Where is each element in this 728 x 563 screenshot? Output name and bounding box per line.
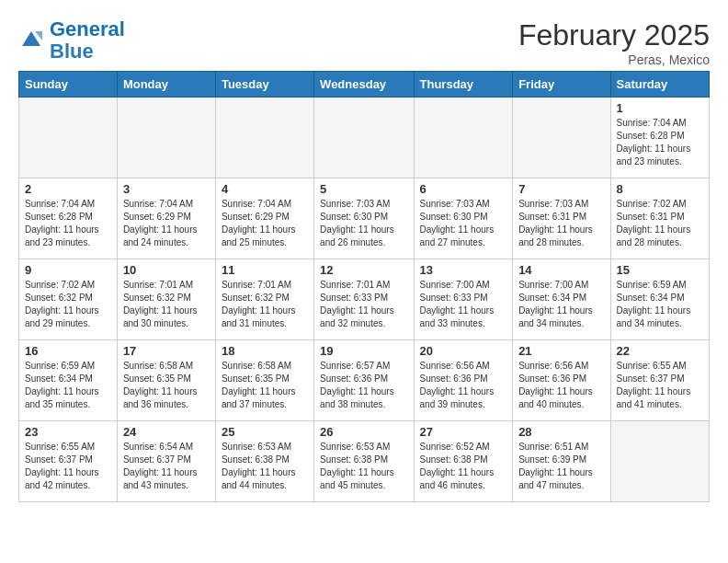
day-info: Sunrise: 7:00 AM Sunset: 6:33 PM Dayligh… [420,279,507,330]
calendar-cell: 18Sunrise: 6:58 AM Sunset: 6:35 PM Dayli… [215,340,313,421]
calendar-cell: 27Sunrise: 6:52 AM Sunset: 6:38 PM Dayli… [414,421,513,502]
day-info: Sunrise: 7:04 AM Sunset: 6:28 PM Dayligh… [617,117,703,168]
calendar-cell: 1Sunrise: 7:04 AM Sunset: 6:28 PM Daylig… [610,98,709,178]
day-info: Sunrise: 7:02 AM Sunset: 6:31 PM Dayligh… [617,198,703,249]
calendar-cell: 5Sunrise: 7:03 AM Sunset: 6:30 PM Daylig… [314,178,414,259]
calendar-cell: 8Sunrise: 7:02 AM Sunset: 6:31 PM Daylig… [610,178,709,259]
col-header-tuesday: Tuesday [215,72,313,98]
day-info: Sunrise: 6:52 AM Sunset: 6:38 PM Dayligh… [420,441,507,492]
col-header-wednesday: Wednesday [314,72,414,98]
calendar-cell: 4Sunrise: 7:04 AM Sunset: 6:29 PM Daylig… [215,178,313,259]
calendar-cell: 28Sunrise: 6:51 AM Sunset: 6:39 PM Dayli… [513,421,610,502]
day-info: Sunrise: 7:04 AM Sunset: 6:29 PM Dayligh… [222,198,308,249]
day-info: Sunrise: 7:01 AM Sunset: 6:32 PM Dayligh… [222,279,308,330]
calendar-cell [117,98,215,178]
calendar-cell: 25Sunrise: 6:53 AM Sunset: 6:38 PM Dayli… [215,421,313,502]
calendar-cell: 23Sunrise: 6:55 AM Sunset: 6:37 PM Dayli… [19,421,118,502]
calendar-cell: 11Sunrise: 7:01 AM Sunset: 6:32 PM Dayli… [215,259,313,340]
logo-icon [18,28,44,53]
day-info: Sunrise: 7:03 AM Sunset: 6:31 PM Dayligh… [518,198,604,249]
day-number: 17 [123,344,210,358]
week-row-5: 23Sunrise: 6:55 AM Sunset: 6:37 PM Dayli… [19,421,710,502]
month-title: February 2025 [518,18,710,52]
calendar-cell: 6Sunrise: 7:03 AM Sunset: 6:30 PM Daylig… [414,178,513,259]
day-number: 28 [518,425,604,439]
day-number: 4 [222,182,308,196]
day-number: 13 [420,263,507,277]
calendar-cell [314,98,414,178]
day-info: Sunrise: 7:04 AM Sunset: 6:28 PM Dayligh… [25,198,111,249]
day-number: 3 [123,182,210,196]
page-header: General Blue February 2025 Peras, Mexico [18,18,710,67]
day-number: 8 [617,182,703,196]
day-number: 24 [123,425,210,439]
week-row-4: 16Sunrise: 6:59 AM Sunset: 6:34 PM Dayli… [19,340,710,421]
day-number: 6 [420,182,507,196]
day-info: Sunrise: 6:55 AM Sunset: 6:37 PM Dayligh… [25,441,111,492]
week-row-1: 1Sunrise: 7:04 AM Sunset: 6:28 PM Daylig… [19,98,710,178]
day-info: Sunrise: 6:59 AM Sunset: 6:34 PM Dayligh… [25,360,111,411]
day-number: 5 [320,182,407,196]
calendar-cell: 26Sunrise: 6:53 AM Sunset: 6:38 PM Dayli… [314,421,414,502]
calendar-cell: 21Sunrise: 6:56 AM Sunset: 6:36 PM Dayli… [513,340,610,421]
day-info: Sunrise: 7:03 AM Sunset: 6:30 PM Dayligh… [320,198,407,249]
logo: General Blue [18,18,125,63]
day-number: 12 [320,263,407,277]
logo-blue: Blue [50,40,94,63]
day-info: Sunrise: 6:58 AM Sunset: 6:35 PM Dayligh… [222,360,308,411]
calendar-cell: 20Sunrise: 6:56 AM Sunset: 6:36 PM Dayli… [414,340,513,421]
day-info: Sunrise: 6:55 AM Sunset: 6:37 PM Dayligh… [617,360,703,411]
calendar-cell: 16Sunrise: 6:59 AM Sunset: 6:34 PM Dayli… [19,340,118,421]
calendar-cell: 15Sunrise: 6:59 AM Sunset: 6:34 PM Dayli… [610,259,709,340]
calendar-cell: 12Sunrise: 7:01 AM Sunset: 6:33 PM Dayli… [314,259,414,340]
day-info: Sunrise: 7:00 AM Sunset: 6:34 PM Dayligh… [518,279,604,330]
calendar-cell: 10Sunrise: 7:01 AM Sunset: 6:32 PM Dayli… [117,259,215,340]
day-info: Sunrise: 6:59 AM Sunset: 6:34 PM Dayligh… [617,279,703,330]
col-header-friday: Friday [513,72,610,98]
col-header-thursday: Thursday [414,72,513,98]
col-header-sunday: Sunday [19,72,118,98]
calendar-cell: 7Sunrise: 7:03 AM Sunset: 6:31 PM Daylig… [513,178,610,259]
day-number: 7 [518,182,604,196]
calendar-cell [215,98,313,178]
day-number: 18 [222,344,308,358]
location-subtitle: Peras, Mexico [518,52,710,67]
calendar-cell: 17Sunrise: 6:58 AM Sunset: 6:35 PM Dayli… [117,340,215,421]
day-info: Sunrise: 6:58 AM Sunset: 6:35 PM Dayligh… [123,360,210,411]
calendar-cell: 22Sunrise: 6:55 AM Sunset: 6:37 PM Dayli… [610,340,709,421]
day-number: 20 [420,344,507,358]
week-row-3: 9Sunrise: 7:02 AM Sunset: 6:32 PM Daylig… [19,259,710,340]
calendar-cell [414,98,513,178]
day-info: Sunrise: 7:01 AM Sunset: 6:32 PM Dayligh… [123,279,210,330]
calendar-cell [19,98,118,178]
day-number: 21 [518,344,604,358]
day-number: 27 [420,425,507,439]
day-number: 10 [123,263,210,277]
day-info: Sunrise: 7:04 AM Sunset: 6:29 PM Dayligh… [123,198,210,249]
calendar-cell [610,421,709,502]
week-row-2: 2Sunrise: 7:04 AM Sunset: 6:28 PM Daylig… [19,178,710,259]
day-info: Sunrise: 7:03 AM Sunset: 6:30 PM Dayligh… [420,198,507,249]
calendar-table: SundayMondayTuesdayWednesdayThursdayFrid… [18,71,710,502]
day-info: Sunrise: 6:54 AM Sunset: 6:37 PM Dayligh… [123,441,210,492]
day-number: 26 [320,425,407,439]
calendar-cell [513,98,610,178]
day-info: Sunrise: 6:53 AM Sunset: 6:38 PM Dayligh… [222,441,308,492]
day-number: 15 [617,263,703,277]
day-number: 25 [222,425,308,439]
day-number: 14 [518,263,604,277]
calendar-header-row: SundayMondayTuesdayWednesdayThursdayFrid… [19,72,710,98]
day-info: Sunrise: 6:53 AM Sunset: 6:38 PM Dayligh… [320,441,407,492]
day-number: 23 [25,425,111,439]
title-block: February 2025 Peras, Mexico [518,18,710,67]
calendar-cell: 2Sunrise: 7:04 AM Sunset: 6:28 PM Daylig… [19,178,118,259]
col-header-saturday: Saturday [610,72,709,98]
day-info: Sunrise: 6:56 AM Sunset: 6:36 PM Dayligh… [518,360,604,411]
logo-text: General Blue [50,18,125,63]
day-number: 16 [25,344,111,358]
calendar-cell: 14Sunrise: 7:00 AM Sunset: 6:34 PM Dayli… [513,259,610,340]
day-info: Sunrise: 6:56 AM Sunset: 6:36 PM Dayligh… [420,360,507,411]
day-info: Sunrise: 7:02 AM Sunset: 6:32 PM Dayligh… [25,279,111,330]
day-number: 19 [320,344,407,358]
day-number: 11 [222,263,308,277]
